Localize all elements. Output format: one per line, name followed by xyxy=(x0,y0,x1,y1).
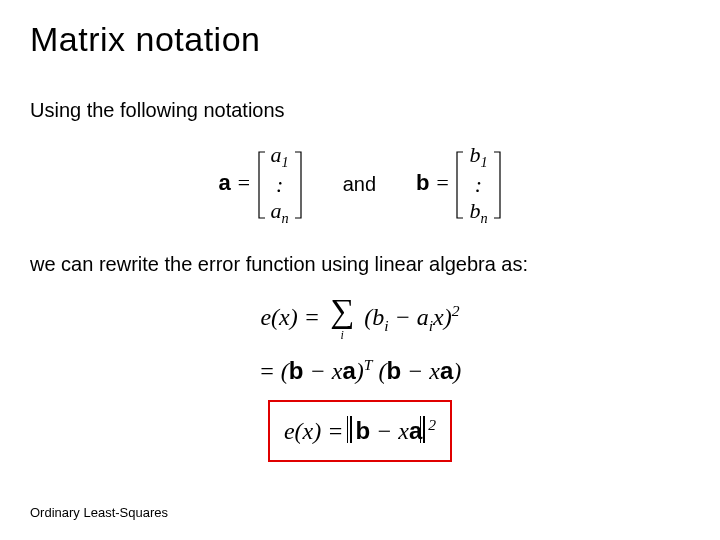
vector-a-def: a = a1 : an xyxy=(218,140,302,229)
left-bracket-icon xyxy=(257,150,267,220)
intro-text: Using the following notations xyxy=(30,99,690,122)
boxed-result: e(x) = b − xa2 xyxy=(268,400,452,462)
notation-row: a = a1 : an and b = b1 : bn xyxy=(30,140,690,229)
slide-title: Matrix notation xyxy=(30,20,690,59)
norm-open-icon xyxy=(350,416,352,442)
equation-line-1: e(x) = ∑ i (bi − aix)2 xyxy=(30,294,690,345)
equals: = xyxy=(435,170,450,195)
equation-line-2: = (b − xa)T (b − xa) xyxy=(30,352,690,390)
col-entries-b: b1 : bn xyxy=(465,140,491,229)
slide: Matrix notation Using the following nota… xyxy=(0,0,720,540)
left-bracket-icon xyxy=(455,150,465,220)
slide-footer: Ordinary Least-Squares xyxy=(30,505,168,520)
and-text: and xyxy=(343,173,376,196)
bracketed-col-b: b1 : bn xyxy=(455,140,501,229)
equals: = xyxy=(236,170,251,195)
var-a: a xyxy=(218,170,230,195)
right-bracket-icon xyxy=(293,150,303,220)
right-bracket-icon xyxy=(492,150,502,220)
sum-icon: ∑ i xyxy=(330,294,354,345)
rewrite-text: we can rewrite the error function using … xyxy=(30,253,690,276)
var-b: b xyxy=(416,170,429,195)
bracketed-col-a: a1 : an xyxy=(257,140,303,229)
equation-line-3: e(x) = b − xa2 xyxy=(284,412,436,450)
col-entries-a: a1 : an xyxy=(267,140,293,229)
equation-block: e(x) = ∑ i (bi − aix)2 = (b − xa)T (b − … xyxy=(30,294,690,462)
vector-b-def: b = b1 : bn xyxy=(416,140,501,229)
norm-close-icon xyxy=(423,416,425,442)
